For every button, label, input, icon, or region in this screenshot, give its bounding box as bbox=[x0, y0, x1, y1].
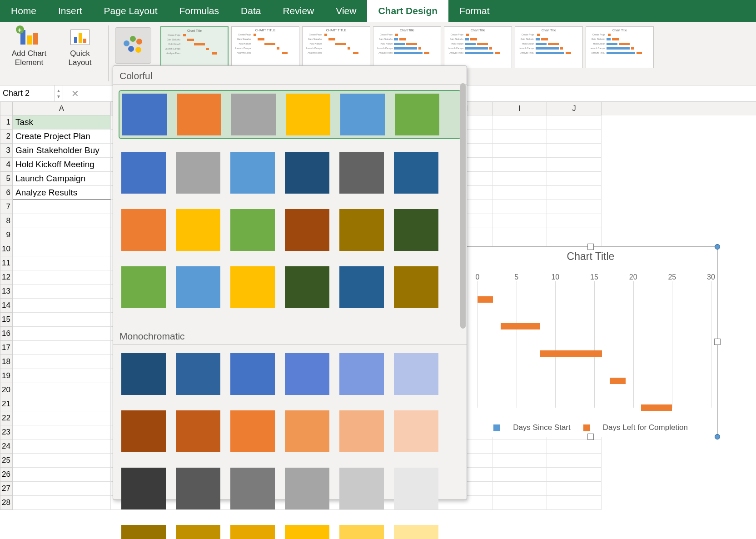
cell[interactable] bbox=[492, 468, 547, 482]
chart-style-thumb[interactable]: Chart TitleCreate ProjeGain StakehoHold … bbox=[373, 26, 441, 68]
tab-view[interactable]: View bbox=[325, 0, 367, 22]
cell[interactable] bbox=[13, 425, 111, 439]
row-header[interactable]: 19 bbox=[0, 369, 13, 383]
chart-style-thumb[interactable]: CHART TITLECreate ProjeGain StakehoHold … bbox=[231, 26, 299, 68]
tab-data[interactable]: Data bbox=[230, 0, 272, 22]
row-header[interactable]: 28 bbox=[0, 496, 13, 510]
cell[interactable] bbox=[492, 496, 547, 510]
chart-bar[interactable] bbox=[501, 323, 540, 329]
tab-home[interactable]: Home bbox=[0, 0, 47, 22]
cell[interactable] bbox=[547, 172, 602, 186]
cell[interactable] bbox=[13, 468, 111, 482]
cell[interactable] bbox=[13, 439, 111, 454]
chart-bar[interactable] bbox=[477, 296, 493, 303]
chart-bar[interactable] bbox=[641, 404, 672, 411]
row-header[interactable]: 9 bbox=[0, 228, 13, 242]
cell[interactable] bbox=[13, 214, 111, 228]
chart-handle[interactable] bbox=[587, 244, 594, 250]
tab-chart-design[interactable]: Chart Design bbox=[367, 0, 448, 22]
row-header[interactable]: 6 bbox=[0, 186, 13, 200]
chart-legend[interactable]: Days Since Start Days Left for Completio… bbox=[464, 423, 717, 432]
cell[interactable] bbox=[492, 228, 547, 242]
row-header[interactable]: 10 bbox=[0, 242, 13, 256]
chart-handle[interactable] bbox=[715, 434, 720, 439]
cell[interactable] bbox=[13, 270, 111, 284]
color-palette-row[interactable] bbox=[119, 90, 461, 139]
row-header[interactable]: 13 bbox=[0, 284, 13, 299]
row-header[interactable]: 26 bbox=[0, 468, 13, 482]
cell[interactable] bbox=[547, 439, 602, 454]
chart-style-thumb[interactable]: Chart TitleCreate ProjeGain StakehoHold … bbox=[515, 26, 583, 68]
chart-style-thumb[interactable]: Chart TitleCreate ProjeGain StakehoHold … bbox=[586, 26, 654, 68]
color-palette-row[interactable] bbox=[119, 350, 461, 398]
cell[interactable] bbox=[13, 313, 111, 327]
row-header[interactable]: 21 bbox=[0, 397, 13, 411]
chart-bar[interactable] bbox=[540, 350, 602, 357]
quick-layout-button[interactable]: Quick Layout bbox=[58, 24, 102, 69]
cell[interactable] bbox=[13, 482, 111, 496]
cell[interactable] bbox=[547, 186, 602, 200]
row-header[interactable]: 17 bbox=[0, 341, 13, 355]
cell[interactable] bbox=[13, 355, 111, 369]
name-box-spinner[interactable]: ▲▼ bbox=[55, 85, 63, 102]
cell[interactable] bbox=[492, 214, 547, 228]
row-header[interactable]: 15 bbox=[0, 313, 13, 327]
row-header[interactable]: 5 bbox=[0, 172, 13, 186]
row-header[interactable]: 16 bbox=[0, 327, 13, 341]
cell[interactable] bbox=[547, 454, 602, 468]
cell[interactable] bbox=[13, 284, 111, 299]
cell[interactable]: Launch Campaign bbox=[13, 172, 111, 186]
row-header[interactable]: 4 bbox=[0, 158, 13, 172]
palette-scrollbar[interactable] bbox=[460, 83, 466, 495]
select-all-corner[interactable] bbox=[0, 102, 13, 115]
row-header[interactable]: 1 bbox=[0, 115, 13, 130]
cell[interactable] bbox=[547, 158, 602, 172]
cell[interactable] bbox=[13, 397, 111, 411]
cell[interactable]: Hold Kickoff Meeting bbox=[13, 158, 111, 172]
cell[interactable] bbox=[492, 454, 547, 468]
cell[interactable] bbox=[13, 256, 111, 270]
cell[interactable] bbox=[492, 439, 547, 454]
row-header[interactable]: 23 bbox=[0, 425, 13, 439]
row-header[interactable]: 8 bbox=[0, 214, 13, 228]
cell[interactable] bbox=[13, 369, 111, 383]
chart-style-thumb[interactable]: Chart TitleCreate ProjeGain StakehoHold … bbox=[160, 26, 229, 68]
chart-handle[interactable] bbox=[714, 339, 721, 345]
row-header[interactable]: 3 bbox=[0, 144, 13, 158]
tab-format[interactable]: Format bbox=[448, 0, 501, 22]
cancel-icon[interactable]: ✕ bbox=[63, 88, 87, 99]
cell[interactable] bbox=[547, 144, 602, 158]
cell[interactable] bbox=[13, 383, 111, 397]
cell[interactable] bbox=[13, 341, 111, 355]
add-chart-element-button[interactable]: + Add Chart Element bbox=[7, 24, 51, 69]
row-header[interactable]: 11 bbox=[0, 256, 13, 270]
cell[interactable] bbox=[13, 411, 111, 425]
cell[interactable] bbox=[492, 115, 547, 130]
row-header[interactable]: 12 bbox=[0, 270, 13, 284]
chart-style-thumb[interactable]: Chart TitleCreate ProjeGain StakehoHold … bbox=[444, 26, 512, 68]
row-header[interactable]: 25 bbox=[0, 454, 13, 468]
chart-plot-area[interactable]: 051015202530 bbox=[477, 273, 710, 408]
chart-handle[interactable] bbox=[715, 244, 720, 250]
cell[interactable] bbox=[492, 172, 547, 186]
row-header[interactable]: 2 bbox=[0, 130, 13, 144]
row-header[interactable]: 7 bbox=[0, 200, 13, 214]
cell[interactable] bbox=[13, 496, 111, 510]
chart-style-thumb[interactable]: CHART TITLECreate ProjeGain StakehoHold … bbox=[302, 26, 370, 68]
row-header[interactable]: 20 bbox=[0, 383, 13, 397]
cell[interactable] bbox=[547, 115, 602, 130]
cell[interactable] bbox=[547, 200, 602, 214]
cell[interactable] bbox=[492, 186, 547, 200]
cell[interactable] bbox=[13, 200, 111, 214]
tab-formulas[interactable]: Formulas bbox=[169, 0, 230, 22]
cell[interactable] bbox=[492, 158, 547, 172]
chart-bar[interactable] bbox=[610, 378, 625, 384]
tab-review[interactable]: Review bbox=[272, 0, 325, 22]
cell[interactable] bbox=[13, 242, 111, 256]
row-header[interactable]: 14 bbox=[0, 299, 13, 313]
row-header[interactable]: 27 bbox=[0, 482, 13, 496]
cell[interactable] bbox=[492, 200, 547, 214]
color-palette-row[interactable] bbox=[119, 264, 461, 311]
cell[interactable] bbox=[492, 130, 547, 144]
cell[interactable] bbox=[547, 496, 602, 510]
